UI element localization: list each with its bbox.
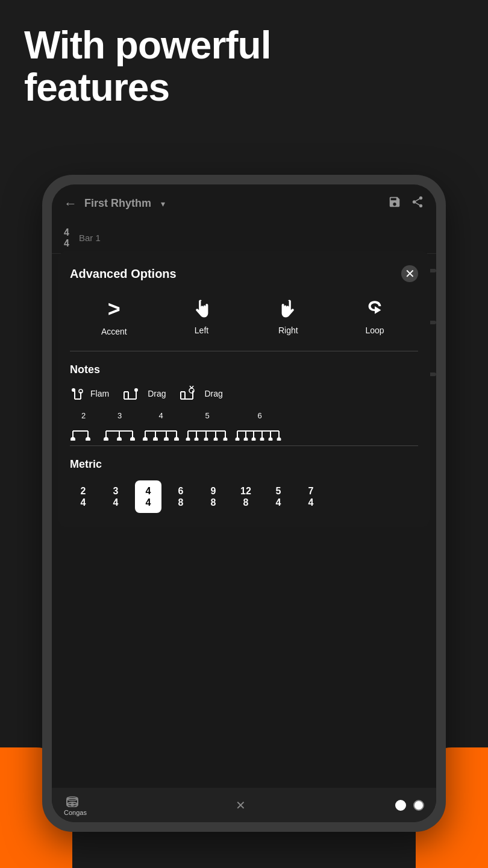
grouping-6[interactable]: 6	[235, 411, 284, 441]
svg-point-31	[130, 437, 135, 441]
grouping-2-svg	[70, 423, 97, 441]
metric-4-4[interactable]: 4 4	[135, 480, 161, 513]
drag1-icon	[121, 386, 143, 401]
phone-screen: ← First Rhythm ▾	[52, 184, 436, 822]
grouping-6-svg	[235, 423, 284, 441]
metric-6-8[interactable]: 6 8	[167, 480, 194, 513]
advanced-options-modal: Advanced Options ✕ > Accent Left	[58, 251, 430, 527]
notes-title: Notes	[70, 363, 418, 376]
loop-icon	[363, 297, 387, 321]
loop-label: Loop	[366, 326, 384, 335]
dot-2[interactable]	[413, 800, 424, 811]
metric-9-8[interactable]: 9 8	[200, 480, 227, 513]
svg-point-56	[244, 438, 248, 441]
right-hand-icon	[276, 297, 300, 321]
svg-point-43	[186, 438, 190, 441]
svg-point-38	[164, 437, 169, 441]
metric-7-4[interactable]: 7 4	[298, 480, 324, 513]
grouping-3[interactable]: 3	[103, 411, 136, 441]
instrument-section: Congas	[64, 794, 87, 816]
svg-point-3	[72, 388, 75, 392]
phone-bottom-bar: Congas ✕	[52, 788, 436, 822]
metric-2-4[interactable]: 2 4	[70, 480, 96, 513]
heading-text: With powerful features	[24, 24, 464, 109]
metric-section: Metric 2 4 3 4 4 4 6	[70, 458, 418, 513]
instrument-label: Congas	[64, 809, 87, 816]
svg-point-62	[269, 438, 273, 441]
left-option[interactable]: Left	[190, 297, 214, 336]
modal-close-button[interactable]: ✕	[401, 265, 418, 282]
svg-point-49	[214, 438, 218, 441]
drag1-note[interactable]: Drag	[121, 386, 166, 401]
accent-icon: >	[108, 297, 120, 322]
metric-3-4[interactable]: 3 4	[102, 480, 129, 513]
svg-point-51	[224, 438, 228, 441]
svg-point-64	[277, 438, 281, 441]
grouping-4-svg	[142, 423, 180, 441]
metric-title: Metric	[70, 458, 418, 471]
congas-icon	[66, 794, 84, 807]
svg-point-22	[70, 437, 75, 441]
dot-1[interactable]	[395, 800, 406, 811]
drag2-icon	[178, 386, 199, 401]
svg-line-20	[192, 386, 193, 388]
options-row: > Accent Left Right	[70, 297, 418, 336]
metric-row: 2 4 3 4 4 4 6 8	[70, 480, 418, 513]
modal-title: Advanced Options	[70, 267, 177, 281]
svg-point-45	[195, 438, 199, 441]
divider-1	[70, 351, 418, 351]
svg-point-58	[252, 438, 256, 441]
svg-point-27	[104, 437, 108, 441]
flam-note[interactable]: Flam	[70, 386, 109, 401]
accent-label: Accent	[101, 327, 127, 336]
accent-option[interactable]: > Accent	[101, 297, 127, 336]
playback-controls	[395, 800, 424, 811]
svg-point-36	[153, 437, 158, 441]
svg-point-60	[260, 438, 264, 441]
divider-2	[70, 445, 418, 446]
svg-point-40	[174, 437, 179, 441]
left-label: Left	[195, 326, 208, 335]
loop-option[interactable]: Loop	[363, 297, 387, 336]
metric-12-8[interactable]: 12 8	[233, 480, 259, 513]
notes-row: Flam Drag	[70, 386, 418, 401]
right-option[interactable]: Right	[276, 297, 300, 336]
notes-section: Notes Flam	[70, 363, 418, 441]
flam-label: Flam	[90, 389, 109, 398]
svg-point-47	[204, 438, 208, 441]
right-label: Right	[278, 326, 298, 335]
left-hand-icon	[190, 297, 214, 321]
flam-icon	[70, 386, 86, 401]
svg-point-54	[236, 438, 240, 441]
svg-point-24	[86, 437, 90, 441]
grouping-4[interactable]: 4	[142, 411, 180, 441]
grouping-2[interactable]: 2	[70, 411, 97, 441]
drag2-label: Drag	[204, 389, 222, 398]
grouping-3-svg	[103, 423, 136, 441]
drag1-label: Drag	[148, 389, 166, 398]
grouping-5[interactable]: 5	[186, 411, 229, 441]
modal-header: Advanced Options ✕	[70, 265, 418, 282]
svg-point-34	[143, 437, 148, 441]
metric-5-4[interactable]: 5 4	[265, 480, 292, 513]
groupings-row: 2 3	[70, 411, 418, 441]
page-heading: With powerful features	[24, 24, 464, 109]
svg-point-29	[117, 437, 122, 441]
close-bottom-button[interactable]: ✕	[236, 798, 246, 813]
svg-point-11	[134, 388, 138, 392]
drag2-note[interactable]: Drag	[178, 386, 222, 401]
grouping-5-svg	[186, 423, 229, 441]
phone-mockup: ← First Rhythm ▾	[42, 175, 446, 832]
